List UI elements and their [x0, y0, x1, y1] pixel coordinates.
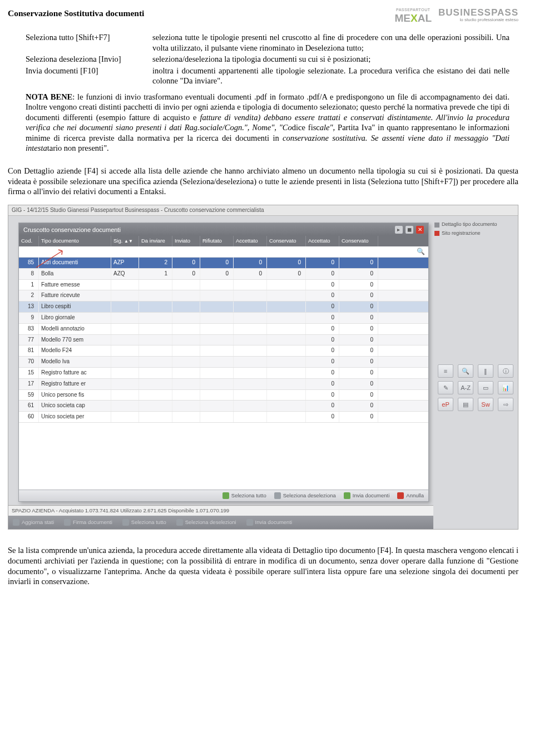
logo-mexal-big: MEXAL: [395, 13, 432, 23]
side-icon[interactable]: A-Z: [458, 381, 473, 394]
search-icon[interactable]: 🔍: [417, 248, 425, 256]
logo-bp-big: BUSINESSPASS: [438, 8, 518, 17]
table-row[interactable]: 60Unico societa per00: [19, 412, 428, 423]
side-icon[interactable]: 📊: [498, 381, 513, 394]
def-desc-1: seleziona tutte le tipologie presenti ne…: [152, 32, 510, 53]
grid-empty-space: [19, 423, 428, 490]
side-chip[interactable]: Sito registrazione: [434, 230, 515, 237]
side-icon[interactable]: ▤: [458, 398, 473, 411]
col-sig[interactable]: Sig. ▲▼: [111, 236, 139, 246]
logo-mexal-pre: ME: [395, 12, 411, 24]
side-icon[interactable]: ⓘ: [498, 364, 513, 378]
def-term-3: Invia documenti [F10]: [26, 66, 148, 86]
logo-businesspass: BUSINESSPASS lo studio professionale est…: [438, 8, 518, 23]
side-icon[interactable]: 🔍: [458, 364, 473, 378]
side-chip[interactable]: Dettaglio tipo documento: [434, 221, 515, 228]
button-icon: [344, 492, 350, 499]
button-icon: [274, 492, 281, 499]
definition-list: Seleziona tutto [Shift+F7] seleziona tut…: [26, 32, 510, 86]
button-icon: [122, 519, 129, 526]
grid-header: Cod. Tipo documento Sig. ▲▼ Da inviare I…: [19, 236, 428, 246]
nota-c: dice fisc: [292, 123, 320, 132]
def-term-1: Seleziona tutto [Shift+F7]: [26, 32, 148, 53]
col-accettato[interactable]: Accettato: [234, 236, 267, 246]
side-icon[interactable]: ✎: [438, 381, 453, 394]
panel-footer: Seleziona tuttoSeleziona deselezionaInvi…: [19, 490, 428, 501]
button-icon: [176, 519, 183, 526]
app-window: GIG - 14/12/15 Studio Gianessi Passepart…: [8, 205, 518, 530]
logo-block: PASSEPARTOUT MEXAL BUSINESSPASS lo studi…: [395, 8, 518, 23]
doc-title: Conservazione Sostitutiva documenti: [8, 8, 144, 19]
table-row[interactable]: 17Registro fatture er00: [19, 379, 428, 390]
table-row[interactable]: 85Altri documentiAZP2000000: [19, 258, 428, 269]
footer-button[interactable]: Invia documenti: [344, 492, 390, 499]
grid-search-row: 🔍: [19, 246, 428, 258]
nota-bene: NOTA BENE: le funzioni di invio trasform…: [26, 92, 510, 154]
bottom-button[interactable]: Aggiorna stati: [13, 519, 54, 526]
table-row[interactable]: 13Libro cespiti00: [19, 302, 428, 313]
col-conservato[interactable]: Conservato: [267, 236, 306, 246]
table-row[interactable]: 15Registro fatture ac00: [19, 368, 428, 379]
side-icon[interactable]: ⇨: [498, 398, 513, 411]
right-icon-grid: ≡🔍‖ⓘ✎A-Z▭📊eP▤Sw⇨: [434, 364, 515, 411]
side-icon[interactable]: ▭: [478, 381, 493, 394]
col-tipo[interactable]: Tipo documento: [39, 236, 111, 246]
col-conservato2[interactable]: Conservato: [339, 236, 378, 246]
close-icon[interactable]: ✕: [416, 226, 424, 234]
square-icon[interactable]: ◼: [406, 226, 413, 234]
button-icon: [222, 492, 229, 499]
panel-header-icons: ▸ ◼ ✕: [394, 225, 424, 234]
col-cod[interactable]: Cod.: [19, 236, 39, 246]
window-titlebar: GIG - 14/12/15 Studio Gianessi Passepart…: [8, 205, 518, 216]
space-bar: SPAZIO AZIENDA - Acquistato 1.073.741.82…: [8, 505, 433, 516]
table-row[interactable]: 1Fatture emesse00: [19, 280, 428, 291]
panel-title: Cruscotto conservazione documenti: [23, 226, 121, 234]
footer-button[interactable]: Seleziona deseleziona: [274, 492, 336, 499]
footer-button[interactable]: Annulla: [397, 492, 424, 499]
mid-paragraph: Con Dettaglio aziende [F4] si accede all…: [8, 166, 518, 197]
logo-mexal-x: X: [411, 12, 418, 24]
bottom-button[interactable]: Seleziona tutto: [122, 519, 166, 526]
logo-mexal: PASSEPARTOUT MEXAL: [395, 8, 432, 23]
button-icon: [64, 519, 71, 526]
table-row[interactable]: 81Modello F2400: [19, 345, 428, 357]
col-rifiutato[interactable]: Rifiutato: [200, 236, 234, 246]
button-icon: [246, 519, 253, 526]
button-icon: [13, 519, 19, 526]
table-row[interactable]: 9Libro giornale00: [19, 313, 428, 324]
col-accettato2[interactable]: Accettato: [306, 236, 339, 246]
side-icon[interactable]: eP: [438, 398, 453, 411]
def-desc-3: inoltra i documenti appartenenti alle ti…: [152, 66, 510, 86]
side-icon[interactable]: Sw: [478, 398, 493, 411]
nota-g: tario non presenti".: [47, 144, 109, 152]
page-footer: 18 • CONSERVAZIONE SOSTITUTIVA: [8, 754, 518, 756]
chip-icon: [434, 231, 439, 236]
table-row[interactable]: 2Fatture ricevute00: [19, 290, 428, 302]
nota-label: NOTA BENE: [26, 92, 72, 101]
col-dainviare[interactable]: Da inviare: [139, 236, 172, 246]
button-icon: [397, 492, 404, 499]
right-pane: Dettaglio tipo documentoSito registrazio…: [433, 216, 518, 529]
table-row[interactable]: 83Modelli annotazio00: [19, 324, 428, 335]
col-inviato[interactable]: Inviato: [172, 236, 200, 246]
logo-mexal-post: AL: [418, 12, 432, 24]
after-paragraph: Se la lista comprende un'unica azienda, …: [8, 545, 518, 586]
bottom-button[interactable]: Firma documenti: [64, 519, 112, 526]
side-icon[interactable]: ≡: [438, 364, 453, 378]
table-row[interactable]: 61Unico societa cap00: [19, 401, 428, 412]
grid-body: 85Altri documentiAZP20000008BollaAZQ1000…: [19, 258, 428, 423]
table-row[interactable]: 70Modello Iva00: [19, 357, 428, 368]
table-row[interactable]: 77Modello 770 sem00: [19, 335, 428, 346]
bottom-button[interactable]: Invia documenti: [246, 519, 293, 526]
toggle-icon[interactable]: ▸: [395, 226, 403, 234]
table-row[interactable]: 8BollaAZQ1000000: [19, 269, 428, 280]
side-icon[interactable]: ‖: [478, 364, 493, 378]
table-row[interactable]: 59Unico persone fis00: [19, 390, 428, 401]
def-term-2: Seleziona deseleziona [Invio]: [26, 54, 148, 65]
nota-d: ale",: [320, 123, 338, 132]
def-desc-2: seleziona/deseleziona la tipologia docum…: [152, 54, 510, 65]
bottom-button[interactable]: Seleziona deselezioni: [176, 519, 236, 526]
sort-icon[interactable]: ▲▼: [124, 239, 133, 244]
chip-icon: [434, 223, 439, 228]
footer-button[interactable]: Seleziona tutto: [222, 492, 266, 499]
